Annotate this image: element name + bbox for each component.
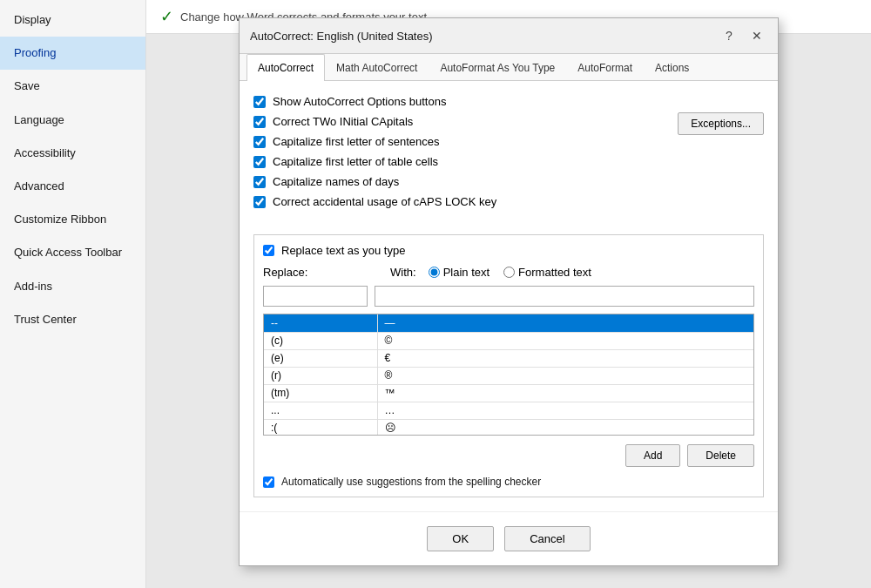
table-cell-with: ☹: [377, 419, 753, 436]
replace-label: Replace:: [263, 266, 368, 279]
ac-table-container[interactable]: --—(c)©(e)€(r)®(tm)™...…:(☹: [263, 314, 754, 436]
tab-autoformat[interactable]: AutoFormat: [566, 54, 644, 81]
table-cell-replace: (tm): [264, 384, 377, 402]
checkbox-caps-lock-input[interactable]: [253, 196, 266, 208]
ac-table: --—(c)©(e)€(r)®(tm)™...…:(☹: [264, 314, 753, 436]
checkbox-correct-two-initial-input[interactable]: [253, 116, 266, 128]
table-cell-with: ©: [377, 332, 753, 349]
dialog-tabs: AutoCorrect Math AutoCorrect AutoFormat …: [240, 54, 778, 81]
checkbox-caps-lock-label: Correct accidental usage of cAPS LOCK ke…: [273, 195, 496, 208]
sidebar-item-proofing[interactable]: Proofing: [0, 37, 145, 70]
suggestions-row: Automatically use suggestions from the s…: [263, 476, 754, 488]
exceptions-button[interactable]: Exceptions...: [678, 112, 764, 135]
sidebar-item-label: Display: [14, 13, 51, 26]
sidebar-item-label: Customize Ribbon: [14, 213, 106, 226]
table-cell-with: ®: [377, 367, 753, 384]
table-row[interactable]: :(☹: [264, 419, 753, 436]
exceptions-section: Exceptions...: [667, 95, 764, 135]
autocorrect-dialog: AutoCorrect: English (United States) ? ✕…: [239, 17, 779, 566]
checkbox-capitalize-days: Capitalize names of days: [253, 175, 667, 188]
suggestions-label: Automatically use suggestions from the s…: [281, 476, 541, 488]
table-cell-replace: (e): [264, 349, 377, 367]
sidebar-item-trust-center[interactable]: Trust Center: [0, 303, 145, 336]
table-cell-replace: --: [264, 314, 377, 332]
tab-actions[interactable]: Actions: [644, 54, 700, 81]
radio-plain-label[interactable]: Plain text: [429, 266, 490, 279]
replace-input[interactable]: [263, 286, 368, 307]
sidebar: Display Proofing Save Language Accessibi…: [0, 0, 146, 588]
checkbox-show-autocorrect-input[interactable]: [253, 96, 266, 108]
sidebar-item-advanced[interactable]: Advanced: [0, 170, 145, 203]
dialog-body: Show AutoCorrect Options buttons Correct…: [240, 81, 778, 511]
table-cell-with: ™: [377, 384, 753, 402]
checkbox-capitalize-table: Capitalize first letter of table cells: [253, 155, 667, 168]
tab-math-autocorrect[interactable]: Math AutoCorrect: [325, 54, 429, 81]
tab-autocorrect[interactable]: AutoCorrect: [246, 54, 325, 81]
table-cell-replace: (r): [264, 367, 377, 384]
table-row[interactable]: ...…: [264, 402, 753, 419]
checkbox-capitalize-table-label: Capitalize first letter of table cells: [273, 155, 438, 168]
table-row[interactable]: (tm)™: [264, 384, 753, 402]
sidebar-item-quick-access-toolbar[interactable]: Quick Access Toolbar: [0, 236, 145, 269]
table-cell-with: €: [377, 349, 753, 367]
checkbox-caps-lock: Correct accidental usage of cAPS LOCK ke…: [253, 195, 667, 208]
delete-button[interactable]: Delete: [687, 444, 754, 467]
table-row[interactable]: (r)®: [264, 367, 753, 384]
sidebar-item-label: Trust Center: [14, 313, 77, 326]
radio-formatted-label[interactable]: Formatted text: [503, 266, 591, 279]
with-input[interactable]: [375, 286, 754, 307]
dialog-close-button[interactable]: ✕: [746, 25, 767, 46]
dialog-help-button[interactable]: ?: [719, 25, 739, 46]
radio-formatted-input[interactable]: [503, 267, 515, 278]
table-cell-replace: ...: [264, 402, 377, 419]
sidebar-item-label: Save: [14, 79, 40, 92]
sidebar-item-display[interactable]: Display: [0, 3, 145, 37]
dialog-footer: OK Cancel: [240, 511, 778, 565]
checkbox-capitalize-table-input[interactable]: [253, 156, 266, 168]
checkbox-correct-two-initial-label: Correct TWo INitial CApitals: [273, 115, 413, 128]
top-section: Show AutoCorrect Options buttons Correct…: [253, 95, 764, 215]
sidebar-item-label: Quick Access Toolbar: [14, 246, 122, 259]
table-row[interactable]: --—: [264, 314, 753, 332]
sidebar-item-add-ins[interactable]: Add-ins: [0, 270, 145, 303]
radio-plain-input[interactable]: [429, 267, 440, 278]
dialog-titlebar: AutoCorrect: English (United States) ? ✕: [240, 18, 778, 54]
checkbox-capitalize-sentence-input[interactable]: [253, 136, 266, 148]
table-row[interactable]: (c)©: [264, 332, 753, 349]
ok-button[interactable]: OK: [427, 526, 494, 551]
dialog-controls: ? ✕: [719, 25, 767, 46]
sidebar-item-label: Add-ins: [14, 280, 52, 293]
replace-header: Replace text as you type: [263, 244, 754, 257]
sidebar-item-language[interactable]: Language: [0, 104, 145, 137]
table-cell-with: —: [377, 314, 753, 332]
replace-labels-row: Replace: With: Plain text Formatted text: [263, 266, 754, 279]
table-cell-with: …: [377, 402, 753, 419]
sidebar-item-label: Accessibility: [14, 146, 76, 159]
sidebar-item-accessibility[interactable]: Accessibility: [0, 137, 145, 170]
table-row[interactable]: (e)€: [264, 349, 753, 367]
checkboxes-section: Show AutoCorrect Options buttons Correct…: [253, 95, 667, 215]
sidebar-item-label: Advanced: [14, 179, 64, 193]
sidebar-item-label: Proofing: [14, 46, 56, 59]
add-button[interactable]: Add: [625, 444, 680, 467]
radio-plain-text: Plain text: [443, 266, 490, 279]
checkbox-correct-two-initial: Correct TWo INitial CApitals: [253, 115, 667, 128]
checkbox-capitalize-days-input[interactable]: [253, 176, 266, 188]
table-cell-replace: (c): [264, 332, 377, 349]
replace-section: Replace text as you type Replace: With: …: [253, 234, 764, 497]
sidebar-item-customize-ribbon[interactable]: Customize Ribbon: [0, 203, 145, 236]
radio-group: Plain text Formatted text: [429, 266, 591, 279]
main-content: ✓ Change how Word corrects and formats y…: [146, 0, 871, 588]
checkbox-capitalize-sentence: Capitalize first letter of sentences: [253, 135, 667, 148]
sidebar-item-save[interactable]: Save: [0, 70, 145, 103]
checkbox-capitalize-days-label: Capitalize names of days: [273, 175, 399, 188]
tab-autoformat-as-you-type[interactable]: AutoFormat As You Type: [429, 54, 566, 81]
dialog-overlay: AutoCorrect: English (United States) ? ✕…: [146, 0, 871, 588]
suggestions-checkbox-input[interactable]: [263, 476, 274, 488]
cancel-button[interactable]: Cancel: [504, 526, 590, 551]
replace-inputs-row: [263, 286, 754, 307]
checkbox-show-autocorrect-label: Show AutoCorrect Options buttons: [273, 95, 446, 108]
replace-checkbox-input[interactable]: [263, 245, 274, 256]
with-label: With:: [390, 266, 416, 279]
table-cell-replace: :(: [264, 419, 377, 436]
